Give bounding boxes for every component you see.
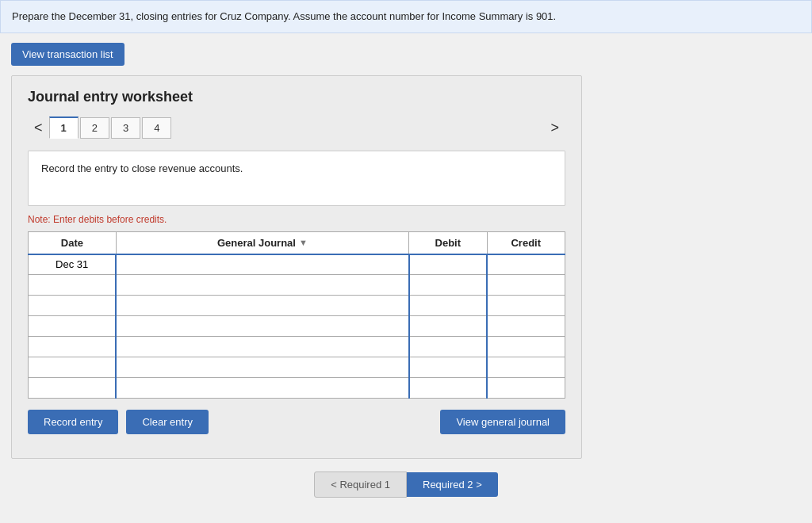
credit-cell-1[interactable]: [487, 254, 565, 275]
debit-header: Debit: [409, 231, 487, 254]
instruction-text: Prepare the December 31, closing entries…: [12, 10, 556, 22]
record-entry-button[interactable]: Record entry: [28, 410, 118, 434]
required1-button[interactable]: < Required 1: [314, 471, 407, 498]
credit-cell-7[interactable]: [487, 378, 565, 399]
credit-input-3[interactable]: [488, 296, 565, 315]
date-cell-5: [29, 337, 117, 357]
debit-input-6[interactable]: [410, 357, 486, 377]
date-cell-3: [29, 296, 117, 316]
credit-cell-6[interactable]: [487, 357, 565, 378]
journal-cell-3[interactable]: [116, 296, 408, 316]
general-journal-header: General Journal ▼: [116, 231, 408, 254]
table-row: [29, 316, 565, 337]
date-cell-2: [29, 275, 117, 296]
journal-input-5[interactable]: [117, 337, 408, 357]
credit-cell-5[interactable]: [487, 337, 565, 357]
credit-input-2[interactable]: [488, 275, 565, 295]
instruction-bar: Prepare the December 31, closing entries…: [0, 0, 812, 33]
date-cell-6: [29, 357, 117, 378]
credit-input-4[interactable]: [488, 316, 565, 336]
credit-input-7[interactable]: [488, 378, 565, 398]
table-row: [29, 337, 565, 357]
date-cell-7: [29, 378, 117, 399]
journal-input-2[interactable]: [117, 275, 408, 295]
debit-input-7[interactable]: [410, 378, 486, 398]
debit-input-1[interactable]: [410, 255, 486, 275]
worksheet-container: Journal entry worksheet < 1 2 3 4 > Reco…: [11, 75, 582, 460]
journal-cell-5[interactable]: [116, 337, 408, 357]
tab-1[interactable]: 1: [49, 116, 79, 139]
next-tab-button[interactable]: >: [544, 116, 565, 139]
table-row: [29, 357, 565, 378]
table-row: [29, 275, 565, 296]
credit-header: Credit: [487, 231, 565, 254]
debit-input-4[interactable]: [410, 316, 486, 336]
clear-entry-button[interactable]: Clear entry: [126, 410, 209, 434]
debit-cell-1[interactable]: [409, 254, 487, 275]
entry-description: Record the entry to close revenue accoun…: [28, 151, 565, 206]
debit-cell-4[interactable]: [409, 316, 487, 337]
tab-4[interactable]: 4: [142, 117, 171, 139]
credit-cell-2[interactable]: [487, 275, 565, 296]
journal-table: Date General Journal ▼ Debit Credit Dec …: [28, 231, 565, 399]
journal-cell-4[interactable]: [116, 316, 408, 337]
table-row: Dec 31: [29, 254, 565, 275]
tab-2[interactable]: 2: [80, 117, 109, 139]
debit-cell-5[interactable]: [409, 337, 487, 357]
journal-cell-1[interactable]: [116, 254, 408, 275]
dropdown-icon: ▼: [299, 238, 308, 247]
bottom-navigation: < Required 1 Required 2 >: [0, 471, 812, 498]
credit-cell-3[interactable]: [487, 296, 565, 316]
debit-input-5[interactable]: [410, 337, 486, 357]
journal-input-1[interactable]: [117, 255, 408, 275]
table-row: [29, 296, 565, 316]
table-row: [29, 378, 565, 399]
debit-cell-2[interactable]: [409, 275, 487, 296]
journal-input-3[interactable]: [117, 296, 408, 315]
tab-navigation: < 1 2 3 4 >: [28, 116, 565, 139]
required2-button[interactable]: Required 2 >: [407, 472, 498, 497]
tab-3[interactable]: 3: [111, 117, 140, 139]
toolbar: View transaction list: [0, 33, 812, 75]
date-cell-4: [29, 316, 117, 337]
debit-cell-6[interactable]: [409, 357, 487, 378]
credit-cell-4[interactable]: [487, 316, 565, 337]
debit-cell-3[interactable]: [409, 296, 487, 316]
view-transaction-button[interactable]: View transaction list: [11, 43, 124, 66]
journal-cell-6[interactable]: [116, 357, 408, 378]
journal-cell-2[interactable]: [116, 275, 408, 296]
credit-input-1[interactable]: [488, 255, 565, 275]
debit-input-2[interactable]: [410, 275, 486, 295]
worksheet-title: Journal entry worksheet: [28, 89, 565, 105]
journal-input-7[interactable]: [117, 378, 408, 398]
journal-input-4[interactable]: [117, 316, 408, 336]
prev-tab-button[interactable]: <: [28, 116, 49, 139]
debit-input-3[interactable]: [410, 296, 486, 315]
journal-cell-7[interactable]: [116, 378, 408, 399]
note-text: Note: Enter debits before credits.: [28, 214, 565, 225]
view-general-journal-button[interactable]: View general journal: [440, 410, 565, 434]
action-buttons: Record entry Clear entry View general jo…: [28, 410, 565, 434]
credit-input-6[interactable]: [488, 357, 565, 377]
credit-input-5[interactable]: [488, 337, 565, 357]
date-cell-1: Dec 31: [29, 254, 117, 275]
debit-cell-7[interactable]: [409, 378, 487, 399]
journal-input-6[interactable]: [117, 357, 408, 377]
date-header: Date: [29, 231, 117, 254]
